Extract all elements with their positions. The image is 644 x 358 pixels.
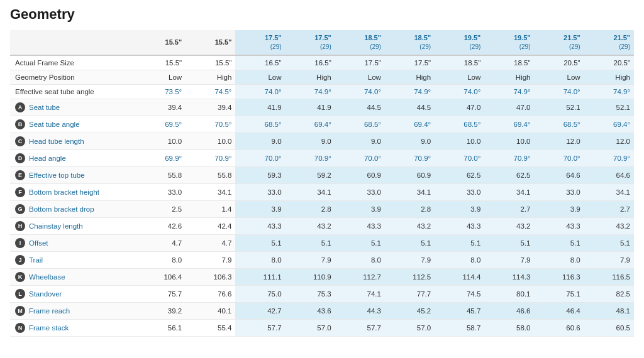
table-row: FBottom bracket height33.034.133.034.133… <box>10 183 634 200</box>
row-label-3: ASeat tube <box>10 99 136 116</box>
row-label-text-2: Effective seat tube angle <box>15 88 94 95</box>
cell-7-6: 62.5 <box>435 166 484 183</box>
row-label-text-7: Effective top tube <box>29 171 85 179</box>
cell-2-4: 74.0° <box>335 84 385 99</box>
table-row: BSeat tube angle69.5°70.5°68.5°69.4°68.5… <box>10 116 634 133</box>
table-row: HChainstay length42.642.443.343.243.343.… <box>10 217 634 234</box>
cell-0-6: 18.5" <box>435 55 484 70</box>
cell-11-9: 5.1 <box>584 234 634 251</box>
row-label-12: JTrail <box>10 251 136 268</box>
cell-1-0: Low <box>136 70 186 84</box>
cell-14-2: 75.0 <box>235 285 285 302</box>
col-header-1: 15.5" <box>186 30 235 55</box>
cell-12-1: 7.9 <box>186 251 235 268</box>
row-label-13: KWheelbase <box>10 268 136 285</box>
cell-12-6: 8.0 <box>435 251 484 268</box>
cell-13-2: 111.1 <box>235 268 285 285</box>
cell-11-2: 5.1 <box>235 234 285 251</box>
cell-0-2: 16.5" <box>235 55 285 70</box>
row-label-0: Actual Frame Size <box>10 55 136 70</box>
row-label-text-13: Wheelbase <box>29 273 65 281</box>
cell-0-0: 15.5" <box>136 55 186 70</box>
cell-3-0: 39.4 <box>136 99 186 116</box>
table-row: EEffective top tube55.855.859.359.260.96… <box>10 166 634 183</box>
cell-10-9: 43.2 <box>584 217 634 234</box>
badge-G: G <box>15 204 25 214</box>
col-header-3: 17.5"(29) <box>286 30 335 55</box>
cell-10-6: 43.3 <box>435 217 484 234</box>
cell-10-1: 42.4 <box>186 217 235 234</box>
cell-2-9: 74.9° <box>584 84 634 99</box>
cell-9-6: 3.9 <box>435 200 484 217</box>
table-row: GBottom bracket drop2.51.43.92.83.92.83.… <box>10 200 634 217</box>
cell-14-0: 75.7 <box>136 285 186 302</box>
cell-13-9: 116.5 <box>584 268 634 285</box>
badge-K: K <box>15 272 25 282</box>
row-label-8: FBottom bracket height <box>10 183 136 200</box>
cell-9-8: 3.9 <box>535 200 584 217</box>
cell-9-9: 2.7 <box>584 200 634 217</box>
cell-1-9: High <box>584 70 634 84</box>
cell-0-5: 17.5" <box>385 55 435 70</box>
cell-8-0: 33.0 <box>136 183 186 200</box>
cell-6-1: 70.9° <box>186 149 235 166</box>
cell-5-8: 12.0 <box>535 133 584 149</box>
cell-9-4: 3.9 <box>335 200 385 217</box>
cell-6-3: 70.9° <box>286 149 335 166</box>
col-header-5: 18.5"(29) <box>385 30 435 55</box>
cell-3-8: 52.1 <box>535 99 584 116</box>
cell-15-6: 45.7 <box>435 302 484 319</box>
cell-2-7: 74.9° <box>484 84 534 99</box>
cell-6-4: 70.0° <box>335 149 385 166</box>
cell-10-3: 43.2 <box>286 217 335 234</box>
cell-1-1: High <box>186 70 235 84</box>
cell-16-5: 57.0 <box>385 319 435 336</box>
cell-1-5: High <box>385 70 435 84</box>
cell-15-9: 48.1 <box>584 302 634 319</box>
page-title: Geometry <box>10 6 634 23</box>
cell-6-6: 70.0° <box>435 149 484 166</box>
cell-5-3: 9.0 <box>286 133 335 149</box>
cell-8-9: 34.1 <box>584 183 634 200</box>
cell-15-2: 42.7 <box>235 302 285 319</box>
cell-1-6: Low <box>435 70 484 84</box>
row-label-2: Effective seat tube angle <box>10 84 136 99</box>
table-row: Effective seat tube angle73.5°74.5°74.0°… <box>10 84 634 99</box>
table-row: MFrame reach39.240.142.743.644.345.245.7… <box>10 302 634 319</box>
cell-11-5: 5.1 <box>385 234 435 251</box>
badge-I: I <box>15 238 25 248</box>
cell-4-1: 70.5° <box>186 116 235 133</box>
cell-2-0: 73.5° <box>136 84 186 99</box>
cell-16-2: 57.7 <box>235 319 285 336</box>
cell-3-9: 52.1 <box>584 99 634 116</box>
cell-0-9: 20.5" <box>584 55 634 70</box>
cell-4-7: 69.4° <box>484 116 534 133</box>
row-label-15: MFrame reach <box>10 302 136 319</box>
cell-11-0: 4.7 <box>136 234 186 251</box>
cell-4-6: 68.5° <box>435 116 484 133</box>
cell-9-7: 2.7 <box>484 200 534 217</box>
cell-4-9: 69.4° <box>584 116 634 133</box>
col-header-6: 19.5"(29) <box>435 30 484 55</box>
cell-8-7: 34.1 <box>484 183 534 200</box>
cell-2-1: 74.5° <box>186 84 235 99</box>
cell-0-8: 20.5" <box>535 55 584 70</box>
cell-14-6: 74.5 <box>435 285 484 302</box>
cell-9-0: 2.5 <box>136 200 186 217</box>
cell-10-8: 43.3 <box>535 217 584 234</box>
cell-5-6: 10.0 <box>435 133 484 149</box>
cell-15-0: 39.2 <box>136 302 186 319</box>
badge-B: B <box>15 119 25 129</box>
row-label-14: LStandover <box>10 285 136 302</box>
cell-7-9: 64.6 <box>584 166 634 183</box>
cell-11-4: 5.1 <box>335 234 385 251</box>
cell-15-1: 40.1 <box>186 302 235 319</box>
cell-0-1: 15.5" <box>186 55 235 70</box>
badge-L: L <box>15 289 25 299</box>
cell-13-7: 114.3 <box>484 268 534 285</box>
row-label-7: EEffective top tube <box>10 166 136 183</box>
cell-15-8: 46.4 <box>535 302 584 319</box>
cell-5-9: 12.0 <box>584 133 634 149</box>
cell-7-4: 60.9 <box>335 166 385 183</box>
badge-D: D <box>15 153 25 163</box>
